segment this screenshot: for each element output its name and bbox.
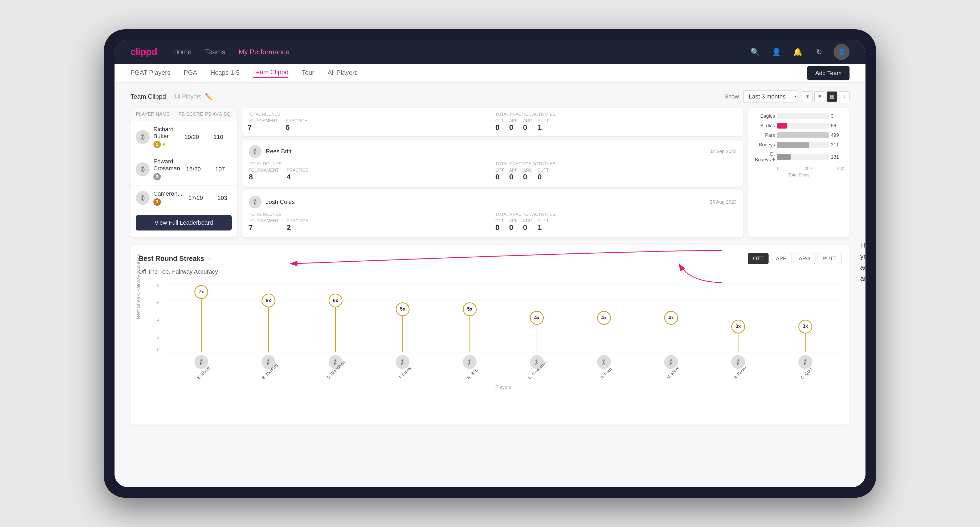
subnav-pga[interactable]: PGA [184, 69, 197, 78]
player-name: Cameron... [153, 190, 182, 197]
subnav-tour[interactable]: Tour [302, 69, 314, 78]
streak-y-label: Best Streak, Fairway Accuracy [136, 254, 142, 319]
streak-line [201, 292, 202, 352]
nav-links: Home Teams My Performance [173, 48, 732, 56]
bar-row: Birdies 96 [754, 123, 844, 129]
table-view-btn[interactable]: ↕ [839, 91, 850, 102]
add-team-button[interactable]: Add Team [807, 66, 850, 80]
person-icon[interactable]: 👤 [770, 45, 783, 59]
bell-icon[interactable]: 🔔 [791, 45, 804, 59]
team-player-count: | [169, 93, 171, 100]
app-stat: APP 0 [509, 219, 518, 232]
bar-chart-body: Eagles 3 Birdies 96 Pars 499 Bogeys 311 … [754, 113, 844, 163]
show-label: Show [724, 93, 739, 100]
streak-player-avatar-wrapper: 🏌️ R. Butler [705, 355, 772, 382]
putt-stat: PUTT 0 [538, 168, 549, 181]
leaderboard-card: PLAYER NAME PB SCORE PB AVG SQ 🏌️ Richar… [130, 108, 237, 237]
practice-activities-group: Total Practice Activities OTT 0 APP 0 [495, 112, 738, 132]
player-info: 🏌️ Edward Crossman 2 [136, 158, 180, 181]
bar-label: Birdies [754, 123, 775, 129]
player-info: 🏌️ Cameron... 3 [136, 190, 182, 206]
subnav-teamclippd[interactable]: Team Clippd [253, 68, 288, 78]
y-tick: 2 [157, 335, 159, 340]
streak-bubble: 5x [396, 302, 410, 316]
user-avatar[interactable]: 👤 [834, 44, 850, 60]
practice-val: 6 [286, 123, 307, 132]
tab-app[interactable]: APP [771, 253, 791, 264]
streak-player-avatar: 🏌️ [597, 355, 611, 369]
subnav-pgat[interactable]: PGAT Players [130, 69, 170, 78]
team-title: Team Clippd | 14 Players ✏️ [130, 93, 212, 100]
tab-putt[interactable]: PUTT [818, 253, 842, 264]
col-pb-avg: PB AVG SQ [205, 111, 232, 117]
putt-val: 1 [538, 123, 549, 132]
streak-player-avatar-wrapper: 🏌️ J. Coles [369, 355, 436, 382]
ott-val: 0 [495, 123, 504, 132]
list-view-btn[interactable]: ≡ [815, 91, 825, 102]
subnav-hcaps[interactable]: Hcaps 1-5 [211, 69, 240, 78]
streak-bubble: 4x [597, 311, 611, 325]
streak-player-avatar-wrapper: 🏌️ E. Elvert [168, 355, 235, 382]
player-info: 🏌️ Richard Butler 1 ♥ [136, 126, 178, 148]
streak-player: 4x [570, 283, 638, 352]
view-icons: ⊞ ≡ ▦ ↕ [802, 91, 850, 102]
logo: clippd [130, 46, 157, 57]
arg-label: ARG [523, 119, 532, 123]
streak-chart: Best Streak, Fairway Accuracy [138, 281, 842, 417]
streak-player: 5x [436, 283, 503, 352]
player-name: Edward Crossman [153, 158, 180, 172]
card-view-btn[interactable]: ▦ [827, 91, 837, 102]
streaks-title-text: Best Round Streaks [138, 254, 204, 263]
bar-fill [777, 154, 791, 160]
streak-avatars-row: 🏌️ E. Elvert 🏌️ B. McHerg 🏌️ D. Billingh… [165, 355, 842, 382]
annotation: Here you can see streaksyour players hav… [860, 240, 865, 284]
nav-icons: 🔍 👤 🔔 ↻ 👤 [748, 44, 850, 60]
refresh-icon[interactable]: ↻ [812, 45, 826, 59]
search-icon[interactable]: 🔍 [748, 45, 762, 59]
total-rounds-group: Total Rounds Tournament 7 Practice 6 [248, 112, 490, 132]
streak-bars-container: 7x 6x 6x 5x 5x 4x 4x 4x 3x 3x [165, 283, 842, 352]
table-row: 🏌️ Richard Butler 1 ♥ 19/20 110 [130, 121, 237, 153]
player-card-header: 🏌️ Josh Coles 26 Aug 2023 [249, 195, 737, 208]
view-full-leaderboard-button[interactable]: View Full Leaderboard [136, 215, 232, 230]
tab-ott[interactable]: OTT [748, 253, 768, 264]
tournament-label: Tournament [248, 119, 278, 123]
streak-bubble: 4x [530, 311, 544, 325]
app-stat: APP 0 [509, 119, 518, 132]
streak-bubble: 5x [463, 302, 477, 316]
nav-link-home[interactable]: Home [173, 48, 191, 56]
streak-bubble: 3x [799, 320, 812, 333]
table-row: 🏌️ Edward Crossman 2 18/20 107 [130, 153, 237, 186]
main-content: Team Clippd | 14 Players ✏️ Show Last 3 … [115, 83, 865, 487]
tournament-val: 7 [248, 123, 278, 132]
streak-player-avatar-wrapper: 🏌️ C. Quick [772, 355, 839, 382]
streak-x-label: Players [165, 384, 842, 390]
streak-player: 4x [503, 283, 570, 352]
player-card-name: Josh Coles [266, 198, 295, 205]
ott-label: OTT [495, 119, 504, 123]
streak-player: 3x [772, 283, 839, 352]
arg-stat: ARG 0 [523, 219, 532, 232]
grid-view-btn[interactable]: ⊞ [802, 91, 813, 102]
pb-avg: 110 [205, 133, 232, 141]
y-tick: 0 [157, 348, 159, 352]
team-name: Team Clippd [130, 93, 166, 100]
bar-label: D. Bogeys + [754, 151, 775, 163]
tab-arg[interactable]: ARG [794, 253, 815, 264]
practice-stat: Practice 6 [286, 119, 307, 132]
avatar: 🏌️ [136, 162, 150, 176]
show-select[interactable]: Last 3 months Last 6 months Last 12 mont… [743, 90, 798, 103]
streak-player-avatar-wrapper: 🏌️ R. Britt [436, 355, 503, 382]
edit-icon[interactable]: ✏️ [205, 93, 212, 100]
streak-player-avatar-wrapper: 🏌️ D. Ford [570, 355, 638, 382]
chart-x-label: Total Shots [754, 173, 844, 178]
nav-link-performance[interactable]: My Performance [239, 48, 290, 56]
nav-bar: clippd Home Teams My Performance 🔍 👤 🔔 ↻… [115, 40, 865, 64]
subnav-allplayers[interactable]: All Players [328, 69, 358, 78]
nav-link-teams[interactable]: Teams [205, 48, 225, 56]
streak-player-avatar-wrapper: 🏌️ B. McHerg [235, 355, 302, 382]
streaks-subtitle: Off The Tee, Fairway Accuracy [138, 268, 842, 275]
col-pb-score: PB SCORE [178, 111, 205, 117]
practice-stat: Practice 2 [287, 219, 309, 232]
bar-track [777, 113, 829, 119]
